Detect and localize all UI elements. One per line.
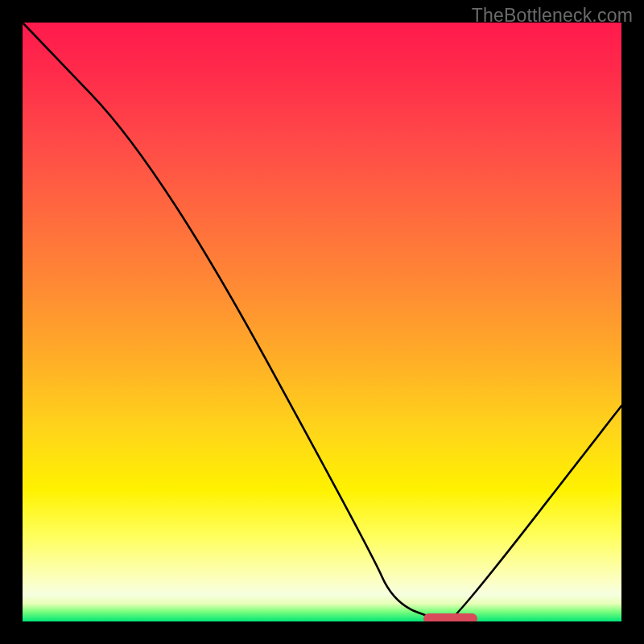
chart-frame: TheBottleneck.com bbox=[0, 0, 644, 644]
curve-path bbox=[23, 23, 621, 621]
plot-area bbox=[23, 23, 621, 621]
optimal-range-pill bbox=[423, 613, 477, 621]
bottleneck-curve bbox=[23, 23, 621, 621]
